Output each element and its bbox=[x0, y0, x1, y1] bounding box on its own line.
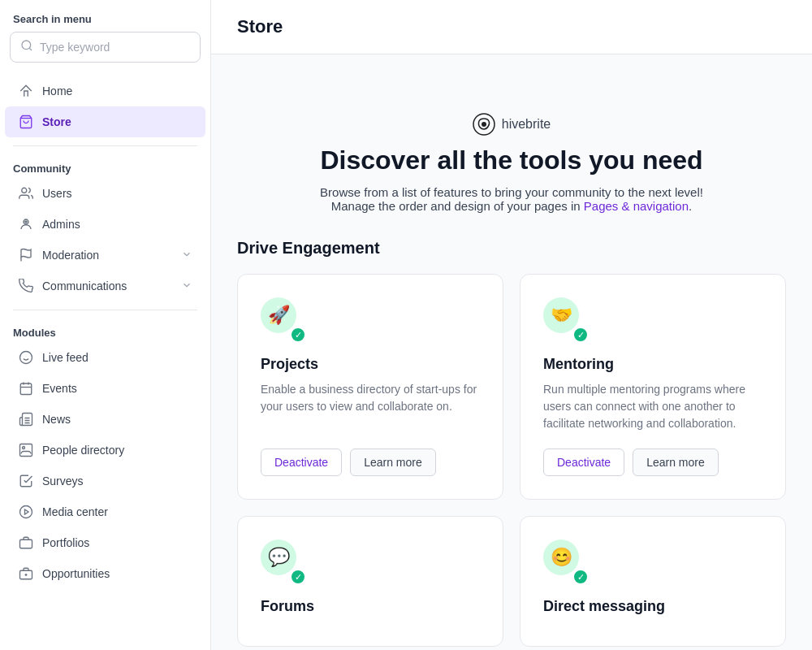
svg-point-4 bbox=[25, 221, 27, 223]
media-center-icon bbox=[18, 504, 34, 520]
sidebar: Search in menu Home Store Community bbox=[0, 0, 211, 650]
projects-deactivate-button[interactable]: Deactivate bbox=[261, 448, 342, 476]
projects-icon-badge: ✓ bbox=[290, 327, 306, 343]
main-content: Store hivebrite Discover all the tools y… bbox=[211, 0, 812, 650]
communications-label: Communications bbox=[42, 280, 173, 292]
portfolios-label: Portfolios bbox=[42, 536, 192, 549]
page-header: Store bbox=[211, 0, 812, 54]
sidebar-item-opportunities[interactable]: Opportunities bbox=[5, 558, 205, 589]
mentoring-learn-more-button[interactable]: Learn more bbox=[633, 448, 719, 476]
admins-icon bbox=[18, 216, 34, 232]
projects-card-actions: Deactivate Learn more bbox=[261, 448, 480, 476]
sidebar-item-live-feed[interactable]: Live feed bbox=[5, 342, 205, 373]
portfolios-icon bbox=[18, 535, 34, 551]
sidebar-item-surveys[interactable]: Surveys bbox=[5, 466, 205, 496]
projects-card-title: Projects bbox=[261, 356, 480, 373]
mentoring-deactivate-button[interactable]: Deactivate bbox=[543, 448, 624, 476]
sidebar-item-events[interactable]: Events bbox=[5, 373, 205, 404]
search-box[interactable] bbox=[10, 32, 201, 63]
users-icon bbox=[18, 185, 34, 202]
svg-point-0 bbox=[22, 41, 31, 50]
moderation-chevron-icon bbox=[181, 249, 192, 262]
store-icon bbox=[18, 114, 34, 130]
direct-messaging-icon-main: 😊 bbox=[543, 540, 579, 575]
search-input[interactable] bbox=[40, 41, 190, 54]
mentoring-card-title: Mentoring bbox=[543, 356, 762, 373]
direct-messaging-icon-badge: ✓ bbox=[572, 569, 589, 585]
projects-card-description: Enable a business directory of start-ups… bbox=[261, 381, 480, 432]
admins-label: Admins bbox=[42, 218, 192, 231]
community-section-title: Community bbox=[0, 154, 210, 178]
mentoring-card-icon: 🤝 ✓ bbox=[543, 297, 589, 343]
hero-brand-name: hivebrite bbox=[502, 117, 551, 132]
mentoring-card-description: Run multiple mentoring programs where us… bbox=[543, 381, 762, 432]
svg-rect-13 bbox=[20, 444, 32, 457]
sidebar-item-people-directory[interactable]: People directory bbox=[5, 435, 205, 466]
live-feed-label: Live feed bbox=[42, 351, 192, 364]
communications-icon bbox=[18, 278, 34, 294]
cards-grid: 🚀 ✓ Projects Enable a business directory… bbox=[237, 274, 786, 647]
divider-community bbox=[13, 145, 197, 146]
search-in-menu-label: Search in menu bbox=[0, 10, 210, 32]
page-title: Store bbox=[237, 16, 786, 37]
moderation-icon bbox=[18, 247, 34, 263]
svg-point-21 bbox=[482, 122, 486, 127]
hero-subtext: Browse from a list of features to bring … bbox=[253, 185, 770, 213]
sidebar-item-store[interactable]: Store bbox=[5, 106, 205, 137]
modules-section-title: Modules bbox=[0, 318, 210, 342]
svg-point-14 bbox=[20, 506, 32, 518]
communications-chevron-icon bbox=[181, 280, 192, 293]
hero-headline: Discover all the tools you need bbox=[253, 145, 770, 176]
hero-section: hivebrite Discover all the tools you nee… bbox=[237, 80, 786, 239]
events-icon bbox=[18, 380, 34, 396]
home-label: Home bbox=[42, 84, 192, 98]
sidebar-item-admins[interactable]: Admins bbox=[5, 209, 205, 240]
sidebar-item-communications[interactable]: Communications bbox=[5, 271, 205, 301]
svg-point-6 bbox=[20, 352, 32, 364]
hivebrite-logo-icon bbox=[473, 113, 495, 136]
direct-messaging-card-icon: 😊 ✓ bbox=[543, 540, 589, 585]
pages-navigation-link[interactable]: Pages & navigation bbox=[584, 199, 689, 213]
livefeed-icon bbox=[18, 349, 34, 366]
surveys-label: Surveys bbox=[42, 474, 192, 488]
news-label: News bbox=[42, 413, 192, 426]
svg-rect-16 bbox=[20, 540, 32, 548]
mentoring-card: 🤝 ✓ Mentoring Run multiple mentoring pro… bbox=[520, 274, 786, 500]
forums-icon-main: 💬 bbox=[261, 540, 296, 575]
people-directory-label: People directory bbox=[42, 444, 192, 457]
people-directory-icon bbox=[18, 442, 34, 458]
svg-marker-15 bbox=[25, 509, 29, 514]
sidebar-item-users[interactable]: Users bbox=[5, 178, 205, 209]
news-icon bbox=[18, 411, 34, 427]
sidebar-item-news[interactable]: News bbox=[5, 404, 205, 435]
forums-icon-badge: ✓ bbox=[290, 569, 306, 585]
forums-card: 💬 ✓ Forums bbox=[237, 516, 503, 647]
svg-point-2 bbox=[22, 188, 27, 193]
sidebar-item-home[interactable]: Home bbox=[5, 76, 205, 106]
mentoring-card-actions: Deactivate Learn more bbox=[543, 448, 762, 476]
home-icon bbox=[18, 83, 34, 99]
forums-card-icon: 💬 ✓ bbox=[261, 540, 306, 585]
users-label: Users bbox=[42, 187, 192, 200]
store-label: Store bbox=[42, 115, 192, 128]
projects-icon-main: 🚀 bbox=[261, 297, 296, 333]
mentoring-icon-main: 🤝 bbox=[543, 297, 579, 333]
sidebar-item-moderation[interactable]: Moderation bbox=[5, 240, 205, 271]
events-label: Events bbox=[42, 382, 192, 395]
hero-brand: hivebrite bbox=[253, 113, 770, 136]
opportunities-icon bbox=[18, 566, 34, 582]
sidebar-item-media-center[interactable]: Media center bbox=[5, 496, 205, 527]
opportunities-label: Opportunities bbox=[42, 567, 192, 580]
surveys-icon bbox=[18, 473, 34, 489]
projects-card: 🚀 ✓ Projects Enable a business directory… bbox=[237, 274, 503, 500]
moderation-label: Moderation bbox=[42, 249, 173, 262]
section-heading-drive-engagement: Drive Engagement bbox=[237, 239, 786, 258]
sidebar-item-portfolios[interactable]: Portfolios bbox=[5, 527, 205, 558]
divider-modules bbox=[13, 310, 197, 310]
direct-messaging-card-title: Direct messaging bbox=[543, 598, 762, 615]
forums-card-title: Forums bbox=[261, 598, 480, 615]
direct-messaging-card: 😊 ✓ Direct messaging bbox=[520, 516, 786, 647]
search-icon bbox=[20, 39, 33, 55]
projects-learn-more-button[interactable]: Learn more bbox=[350, 448, 436, 476]
mentoring-icon-badge: ✓ bbox=[572, 327, 589, 343]
